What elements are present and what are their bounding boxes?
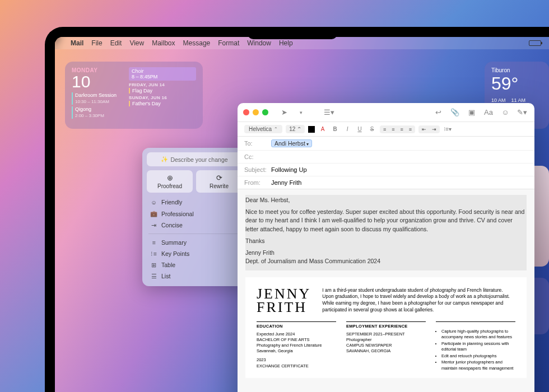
tone-professional[interactable]: 💼Professional [147, 208, 242, 220]
italic-button[interactable]: I [343, 126, 352, 132]
minimize-button[interactable] [253, 109, 259, 115]
text-color-icon[interactable]: A [318, 126, 327, 132]
cv-attachment: JENNYFRITH I am a third-year student und… [245, 277, 527, 378]
rewrite-button[interactable]: ⟳ Rewrite [196, 170, 242, 193]
insert-photo-icon[interactable]: ▣ [465, 107, 478, 118]
bullets-icon: ⁝≡ [150, 250, 157, 257]
attach-icon[interactable]: 📎 [448, 107, 462, 118]
format-table[interactable]: ⊞Table [147, 259, 242, 270]
mail-toolbar: ➤ ▾ ☰▾ ↩ 📎 ▣ Aa ☺ ✎▾ [238, 103, 534, 122]
recipient-token[interactable]: Andi Herbst▾ [271, 139, 312, 147]
app-menu[interactable]: Mail [71, 39, 83, 47]
magnify-icon: ⊕ [149, 174, 190, 182]
strike-button[interactable]: S [367, 126, 376, 132]
menu-window[interactable]: Window [247, 39, 271, 47]
briefcase-icon: 💼 [150, 210, 157, 217]
font-picker[interactable]: Helvetica⌃ [244, 125, 282, 133]
menu-message[interactable]: Message [183, 39, 211, 47]
format-list[interactable]: ☰List [147, 270, 242, 282]
laptop-bezel: Mail File Edit View Mailbox Message Form… [45, 27, 549, 392]
format-keypoints[interactable]: ⁝≡Key Points [147, 248, 242, 259]
underline-button[interactable]: U [355, 126, 364, 132]
reply-icon[interactable]: ↩ [431, 107, 445, 118]
list-style-icon[interactable]: ⁝≡▾ [443, 126, 452, 132]
mail-body[interactable]: Dear Ms. Herbst, Nice to meet you for co… [238, 189, 534, 392]
menu-edit[interactable]: Edit [110, 39, 122, 47]
align-group[interactable]: ≡≡≡≡ [380, 125, 415, 133]
weather-location: Tiburon [491, 67, 542, 73]
close-button[interactable] [243, 109, 249, 115]
font-size-picker[interactable]: 12 ⌃ [286, 125, 305, 133]
subject-field[interactable]: Following Up [271, 166, 307, 173]
refresh-icon: ⟳ [198, 174, 240, 182]
indent-group[interactable]: ⇤⇥ [418, 125, 440, 133]
calendar-event: Choir 8 – 8:45PM [129, 67, 196, 81]
weather-temp: 59° [491, 73, 542, 94]
calendar-event: Qigong 2:00 – 3:30PM [72, 106, 129, 119]
cv-intro: I am a third-year student undergraduate … [322, 287, 515, 315]
calendar-widget[interactable]: MONDAY 10 Darkroom Session 10:30 – 11:30… [65, 62, 203, 129]
format-bar: Helvetica⌃ 12 ⌃ A B I U S ≡≡≡≡ ⇤⇥ ⁝≡▾ [238, 122, 534, 137]
calendar-day-name: MONDAY [72, 67, 129, 73]
menu-format[interactable]: Format [218, 39, 239, 47]
markup-icon[interactable]: ✎▾ [515, 107, 529, 118]
calendar-day-number: 10 [72, 73, 129, 90]
display-notch [248, 27, 337, 39]
bold-button[interactable]: B [331, 126, 339, 132]
zoom-button[interactable] [262, 109, 268, 115]
to-label: To: [244, 140, 271, 147]
arrows-in-icon: ⇥ [150, 222, 157, 228]
cv-name: JENNYFRITH [257, 287, 311, 315]
sparkle-icon: ✨ [161, 156, 168, 163]
send-icon[interactable]: ➤ [277, 107, 291, 118]
proofread-button[interactable]: ⊕ Proofread [147, 170, 193, 193]
menu-help[interactable]: Help [279, 39, 293, 47]
format-icon[interactable]: Aa [482, 107, 495, 118]
menu-file[interactable]: File [91, 39, 102, 47]
from-value[interactable]: Jenny Frith [271, 179, 301, 186]
menu-view[interactable]: View [129, 39, 144, 47]
cc-label: Cc: [244, 153, 271, 160]
calendar-event: Darkroom Session 10:30 – 11:30AM [72, 92, 129, 105]
smile-icon: ☺ [150, 199, 157, 206]
menu-mailbox[interactable]: Mailbox [152, 39, 175, 47]
tone-friendly[interactable]: ☺Friendly [147, 197, 242, 208]
lines-icon: ≡ [150, 239, 157, 246]
text-color-picker[interactable] [308, 126, 315, 133]
mail-compose-window: ➤ ▾ ☰▾ ↩ 📎 ▣ Aa ☺ ✎▾ Helvetica⌃ 12 ⌃ A B… [238, 103, 534, 392]
describe-change-field[interactable]: ✨ Describe your change [147, 152, 242, 166]
format-summary[interactable]: ≡Summary [147, 237, 242, 248]
header-fields-icon[interactable]: ☰▾ [322, 107, 336, 118]
from-label: From: [244, 179, 271, 186]
battery-icon[interactable] [529, 40, 541, 46]
table-icon: ⊞ [150, 262, 157, 268]
desktop: Mail File Edit View Mailbox Message Form… [55, 37, 549, 392]
subject-label: Subject: [244, 166, 271, 173]
emoji-icon[interactable]: ☺ [499, 107, 512, 118]
tone-concise[interactable]: ⇥Concise [147, 220, 242, 231]
list-icon: ☰ [150, 273, 157, 279]
chevron-down-icon[interactable]: ▾ [294, 107, 308, 118]
writing-tools-popover: ✨ Describe your change ⊕ Proofread ⟳ Rew… [142, 148, 246, 286]
